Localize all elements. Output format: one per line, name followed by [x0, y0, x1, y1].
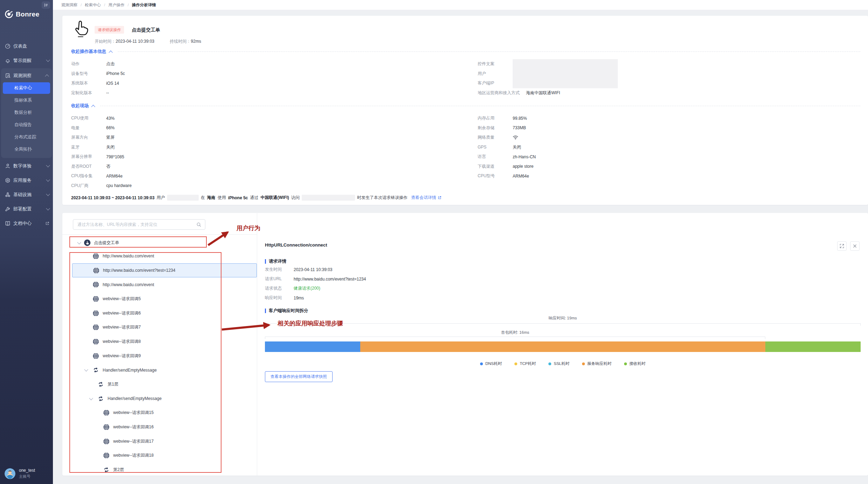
meta-item: 开始时间：2023-04-11 10:39:03 [95, 39, 155, 44]
sidebar-item-label: 基础设施 [13, 192, 44, 198]
sidebar-item[interactable]: 警示提醒 [0, 54, 53, 67]
basic-info-section-header: 收起操作基本信息 [71, 49, 860, 55]
globe-icon [93, 267, 100, 274]
field-label: 地区运营商和接入方式 [478, 90, 526, 96]
field-row: 系统版本iOS 14 [71, 78, 125, 88]
tree-item[interactable]: webview--请求回调16 [72, 420, 257, 434]
legend-label: 接收耗时 [629, 361, 645, 366]
tree-item[interactable]: webview--请求回调15 [72, 406, 257, 420]
tree-item[interactable]: webview--请求回调9 [72, 349, 257, 363]
sidebar-item[interactable]: 基础设施 [0, 188, 53, 201]
alert-icon [5, 58, 11, 63]
chevron-down-icon [46, 206, 50, 210]
field-row: 电量66% [71, 123, 132, 133]
sidebar-item[interactable]: 部署配置 [0, 202, 53, 215]
legend-label: 服务响应耗时 [587, 361, 611, 366]
field-row: CPU型号ARM64e [478, 171, 536, 181]
timing-segment [265, 341, 360, 352]
tree-item[interactable]: webview--请求回调18 [72, 449, 257, 463]
field-row: 内存占用99.85% [478, 113, 536, 123]
field-row: 屏幕分辨率798*1085 [71, 152, 132, 162]
tree-item-label: webview--请求回调5 [103, 296, 141, 302]
close-button[interactable] [850, 241, 860, 251]
tree-item[interactable]: webview--请求回调6 [72, 306, 257, 320]
tree-item[interactable]: webview--请求回调5 [72, 292, 257, 306]
tree-item[interactable]: webview--请求回调17 [72, 434, 257, 449]
tree-item[interactable]: http://www.baidu.com/event?test=1234 [72, 263, 257, 278]
tree-item-label: http://www.baidu.com/event [103, 282, 154, 287]
expand-button[interactable] [837, 241, 847, 251]
breadcrumb-item[interactable]: 用户操作 [108, 2, 124, 8]
legend-dot [548, 362, 551, 365]
chevron-down-icon[interactable] [84, 368, 88, 372]
sidebar-subitem-label: 分布式追踪 [14, 134, 36, 140]
field-label: 屏幕方向 [71, 134, 106, 140]
docs-icon [5, 221, 11, 226]
search-input[interactable] [77, 222, 193, 227]
tree-item[interactable]: http://www.baidu.com/event [72, 249, 257, 263]
legend-dot [624, 362, 627, 365]
session-detail-link[interactable]: 查看会话详情 [411, 195, 442, 201]
chevron-up-icon[interactable] [109, 50, 112, 54]
legend-item: TCP耗时 [514, 361, 536, 366]
sidebar-subitem-label: 自动报告 [14, 122, 32, 128]
sidebar-item[interactable]: 数字体验 [0, 159, 53, 172]
sidebar-item[interactable]: 应用服务 [0, 174, 53, 187]
field-value: -- [106, 90, 109, 95]
chevron-down-icon [46, 163, 50, 167]
search-icon[interactable] [196, 222, 201, 227]
request-method-title: HttpURLConnection/connect [265, 242, 327, 248]
sidebar-item[interactable]: 观测洞察 [1, 69, 52, 82]
scene-section-title[interactable]: 收起现场 [71, 103, 89, 109]
sidebar-subitem[interactable]: 指标体系 [3, 95, 50, 106]
response-time-bracket [265, 323, 861, 326]
sidebar-item[interactable]: 仪表盘 [0, 40, 53, 53]
field-value: 点击 [106, 61, 115, 67]
field-label: 系统版本 [71, 80, 106, 86]
view-all-requests-button[interactable]: 查看本操作的全部网络请求快照 [265, 371, 333, 382]
field-label: 请求URL [265, 276, 294, 282]
tree-root-item[interactable]: 点击提交工单 [78, 238, 119, 248]
breadcrumb-item[interactable]: 观测洞察 [61, 2, 77, 8]
sidebar-item-label: 仪表盘 [13, 43, 49, 49]
sidebar-subitem[interactable]: 全局拓扑 [3, 144, 50, 155]
sidebar-item[interactable]: 文档中心 [0, 217, 53, 230]
tree-item[interactable]: 第2层 [72, 463, 257, 477]
tree-item[interactable]: 第1层 [72, 377, 257, 392]
tree-item-label: Handler/sendEmptyMessage [103, 368, 157, 373]
breadcrumb-item[interactable]: 操作分析详情 [132, 2, 156, 8]
breadcrumb-item[interactable]: 检索中心 [85, 2, 101, 8]
tree-item[interactable]: Handler/sendEmptyMessage [72, 392, 257, 406]
tree-item[interactable]: Handler/sendEmptyMessage [72, 363, 257, 378]
legend-label: TCP耗时 [520, 361, 536, 366]
sidebar-subitem[interactable]: 数据分析 [3, 107, 50, 118]
chevron-up-icon[interactable] [91, 105, 95, 109]
response-time-label: 响应时间: 19ms [265, 316, 861, 321]
sidebar-user[interactable]: one_test 主账号 [5, 468, 35, 479]
tree-search-box [73, 219, 205, 230]
legend-item: SSL耗时 [548, 361, 569, 366]
action-icon [84, 239, 91, 246]
field-label: 电量 [71, 125, 106, 131]
collapse-sidebar-button[interactable] [42, 1, 50, 9]
tree-item-label: webview--请求回调18 [113, 452, 153, 458]
tree-item[interactable]: webview--请求回调7 [72, 320, 257, 334]
field-row: 动作点击 [71, 59, 125, 69]
field-row: 下载渠道apple store [478, 162, 536, 172]
chevron-down-icon[interactable] [89, 396, 93, 400]
basic-info-section-title[interactable]: 收起操作基本信息 [71, 49, 106, 55]
user-name: one_test [19, 468, 35, 473]
tree-item-label: webview--请求回调17 [113, 438, 153, 444]
chevron-down-icon[interactable] [77, 240, 81, 244]
sidebar-item-label: 观测洞察 [13, 72, 43, 79]
sidebar-subitem[interactable]: 检索中心 [3, 82, 50, 94]
field-label: 设备型号 [71, 71, 106, 77]
sidebar-subitem[interactable]: 自动报告 [3, 119, 50, 131]
field-row: 发生时间2023-04-11 10:39:03 [265, 265, 366, 274]
field-value: 733MB [513, 125, 526, 130]
field-value: 99.85% [513, 116, 527, 121]
sidebar-subitem[interactable]: 分布式追踪 [3, 131, 50, 143]
tree-item[interactable]: http://www.baidu.com/event [72, 277, 257, 292]
field-label: 响应时间 [265, 295, 294, 301]
tree-item[interactable]: webview--请求回调8 [72, 334, 257, 349]
